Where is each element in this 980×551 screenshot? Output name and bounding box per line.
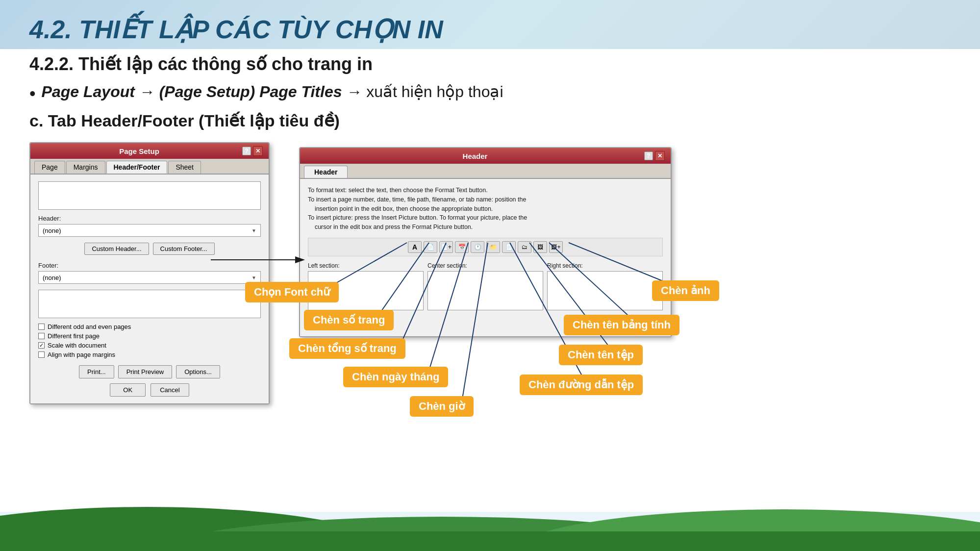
bullet-dot: • [29,83,36,104]
checkbox-first-page: Different first page [38,332,261,340]
tab-bar: Page Margins Header/Footer Sheet [30,159,269,175]
header-help-button[interactable]: ? [644,151,653,160]
header-dropdown-row: (none) ▼ [38,224,261,237]
ok-button[interactable]: OK [110,383,146,397]
print-preview-button[interactable]: Print Preview [118,365,173,378]
bullet-line: • Page Layout → (Page Setup) Page Titles… [29,82,951,104]
left-section-label: Left section: [308,262,424,269]
bullet-text: Page Layout → (Page Setup) Page Titles →… [42,82,503,101]
page-setup-title: Page Setup [36,147,242,155]
cb-scale[interactable] [38,342,45,349]
annotation-chen-duong-dan: Chèn đường dẫn tệp [520,375,643,395]
format-text-button[interactable]: A [408,241,422,253]
annotation-chen-gio: Chèn giờ [410,396,474,417]
date-button[interactable]: 📅 [455,241,469,253]
sections-row: Left section: Center section: Right sect… [308,262,663,310]
footer-dropdown-row: (none) ▼ [38,271,261,284]
right-section-input[interactable] [547,271,663,310]
close-button[interactable]: ✕ [253,146,263,156]
cb-align[interactable] [38,351,45,358]
cb-odd-even-label: Different odd and even pages [48,323,131,330]
cb-odd-even[interactable] [38,324,45,330]
tab-name-button[interactable]: 🗂 [518,241,531,253]
main-title: 4.2. THIẾT LẬP CÁC TÙY CHỌN IN [29,15,951,44]
filename-button[interactable]: 📄 [502,241,516,253]
checkbox-align: Align with page margins [38,351,261,358]
header-dialog: Header ? ✕ Header To format text: select… [299,147,672,337]
annotation-chon-font: Chọn Font chữ [245,282,339,302]
bullet-normal: xuất hiện hộp thoại [362,83,503,100]
annotation-chen-tong-so: Chèn tổng số trang [289,338,405,359]
center-section-box: Center section: [427,262,543,310]
annotation-chen-ngay-thang: Chèn ngày tháng [343,367,448,387]
dialog-body: Header: (none) ▼ Custom Header... Custom… [30,175,269,403]
annotation-chen-ten-tep: Chèn tên tệp [559,345,643,365]
right-section-box: Right section: [547,262,663,310]
header-dialog-controls: ? ✕ [644,151,665,161]
header-label: Header: [38,215,261,222]
page-number-button[interactable]: 📄 [424,241,437,253]
page-setup-titlebar: Page Setup ? ✕ [30,143,269,159]
header-close-button[interactable]: ✕ [655,151,665,161]
checkboxes: Different odd and even pages Different f… [38,323,261,358]
section-c: c. Tab Header/Footer (Thiết lập tiêu đề) [29,111,951,130]
header-value: (none) [43,227,61,234]
insert-picture-button[interactable]: 🖼 [533,241,547,253]
header-tab[interactable]: Header [304,166,348,178]
annotation-chen-anh: Chèn ảnh [652,280,719,301]
tab-header-footer[interactable]: Header/Footer [106,161,168,174]
annotation-chen-so-trang: Chèn số trang [304,310,394,330]
tab-sheet[interactable]: Sheet [168,161,201,174]
dropdown-arrow-footer: ▼ [251,275,256,280]
cb-first-page-label: Different first page [48,332,100,340]
cb-first-page[interactable] [38,333,45,339]
custom-buttons-row: Custom Header... Custom Footer... [38,243,261,255]
center-section-input[interactable] [427,271,543,310]
custom-footer-button[interactable]: Custom Footer... [153,243,215,255]
instruction-text: To format text: select the text, then ch… [308,186,663,232]
footer-dropdown[interactable]: (none) ▼ [38,271,261,284]
time-button[interactable]: 🕐 [471,241,484,253]
options-button[interactable]: Options... [176,365,220,378]
header-preview-box [38,181,261,210]
center-section-label: Center section: [427,262,543,269]
content-area: 4.2. THIẾT LẬP CÁC TÙY CHỌN IN 4.2.2. Th… [0,0,980,551]
subtitle: 4.2.2. Thiết lập các thông số cho trang … [29,54,951,75]
custom-header-button[interactable]: Custom Header... [84,243,149,255]
action-row: Print... Print Preview Options... [38,365,261,378]
tab-page[interactable]: Page [34,161,65,174]
format-picture-button[interactable]: 🖼+ [549,241,563,253]
page-setup-dialog: Page Setup ? ✕ Page Margins Header/Foote… [29,142,270,404]
header-tab-bar: Header [300,164,671,179]
cb-scale-label: Scale with document [48,342,106,349]
bullet-italic: Page Layout → (Page Setup) Page Titles → [42,83,362,100]
header-dialog-titlebar: Header ? ✕ [300,148,671,164]
file-path-button[interactable]: 📁 [486,241,500,253]
footer-value: (none) [43,274,61,281]
tab-margins[interactable]: Margins [66,161,105,174]
ok-cancel-row: OK Cancel [38,383,261,397]
checkbox-scale: Scale with document [38,342,261,349]
dialogs-container: Page Setup ? ✕ Page Margins Header/Foote… [29,142,951,404]
header-dropdown[interactable]: (none) ▼ [38,224,261,237]
print-button[interactable]: Print... [79,365,114,378]
header-dialog-title: Header [306,152,644,160]
footer-preview-box [38,290,261,318]
toolbar-buttons: A 📄 📄+ 📅 🕐 📁 📄 🗂 🖼 🖼+ [308,238,663,256]
checkbox-odd-even: Different odd and even pages [38,323,261,330]
dialog-controls: ? ✕ [242,146,263,156]
right-section-label: Right section: [547,262,663,269]
dropdown-arrow-header: ▼ [251,228,256,233]
help-button[interactable]: ? [242,147,251,155]
total-pages-button[interactable]: 📄+ [439,241,453,253]
footer-label: Footer: [38,262,261,269]
cb-align-label: Align with page margins [48,351,115,358]
annotation-chen-ten-bang: Chèn tên bảng tính [564,315,679,335]
cancel-button[interactable]: Cancel [151,383,189,397]
